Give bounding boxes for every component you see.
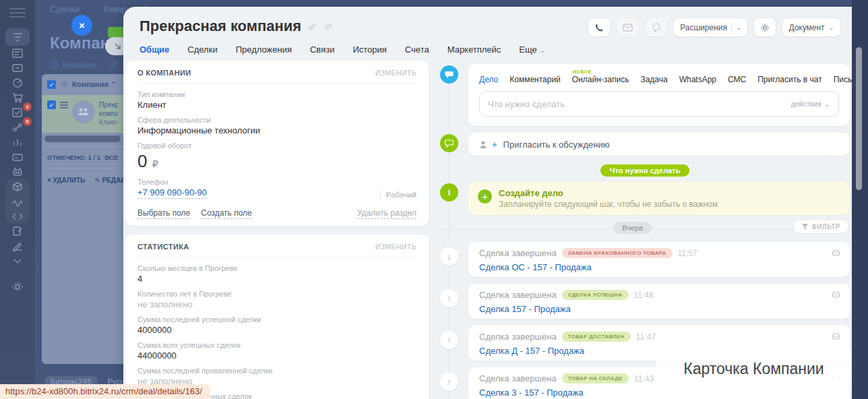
sidebar-item-crm[interactable] bbox=[5, 28, 30, 46]
call-button[interactable] bbox=[588, 18, 611, 37]
table-row[interactable]: ✓ Прекрасная компания Клиент bbox=[42, 95, 123, 133]
extensions-button[interactable]: Расширения⌄ bbox=[673, 18, 748, 37]
sidebar-settings[interactable] bbox=[5, 279, 30, 294]
arrow-up-icon: ↑ bbox=[440, 331, 458, 349]
tab-deals[interactable]: Сделки bbox=[187, 44, 217, 62]
phone-link[interactable]: +7 909 090-90-90 bbox=[137, 187, 207, 199]
chevron-down-icon: ⌄ bbox=[829, 24, 834, 31]
sidebar-item-flows[interactable] bbox=[5, 194, 30, 209]
sidebar-item-card[interactable] bbox=[5, 150, 30, 164]
scrollbar-thumb[interactable] bbox=[856, 47, 862, 190]
close-slider-button[interactable]: × bbox=[71, 15, 92, 36]
tab-invoices[interactable]: Счета bbox=[405, 44, 429, 62]
composer-tab-invite-chat[interactable]: Пригласить в чат bbox=[757, 75, 822, 84]
tab-history[interactable]: История bbox=[352, 44, 386, 62]
edit-section-link[interactable]: ИЗМЕНИТЬ bbox=[375, 69, 416, 77]
tasks-icon bbox=[11, 48, 24, 59]
deal-link[interactable]: Сделка 3 - 157 - Продажа bbox=[479, 388, 839, 398]
person-icon bbox=[479, 140, 489, 149]
row-menu-icon[interactable] bbox=[60, 100, 68, 110]
composer-tab-whatsapp[interactable]: WhatsApp bbox=[679, 75, 716, 84]
discussion-icon bbox=[440, 134, 458, 152]
copy-link-icon[interactable] bbox=[323, 22, 333, 31]
composer-tab-comment[interactable]: Комментарий bbox=[509, 75, 561, 84]
sidebar-item-marketing[interactable] bbox=[5, 75, 30, 90]
arrow-up-icon: ↑ bbox=[440, 289, 458, 307]
create-field-link[interactable]: Создать поле bbox=[201, 208, 252, 219]
actions-dropdown[interactable]: действия ⌄ bbox=[791, 100, 830, 108]
todo-input[interactable] bbox=[488, 99, 791, 109]
create-activity-hint[interactable]: + Создайте дело Запланируйте следующий ш… bbox=[468, 182, 850, 215]
select-all-link[interactable]: ВСЕ bbox=[104, 154, 118, 161]
field-years: Количество лет в Прогревене заполнено bbox=[137, 290, 416, 309]
menu-icon[interactable] bbox=[9, 5, 26, 20]
waves-icon bbox=[11, 196, 24, 207]
plus-icon: + bbox=[492, 140, 497, 150]
deal-completed-card[interactable]: Сделка завершена СДЕЛКА УСПЕШНА 11:48 Сд… bbox=[468, 284, 850, 319]
select-field-link[interactable]: Выбрать поле bbox=[137, 208, 190, 219]
invite-to-discussion[interactable]: + Пригласить к обсуждению bbox=[468, 133, 850, 156]
card-icon bbox=[11, 152, 24, 162]
sidebar-item-dev[interactable] bbox=[5, 209, 30, 224]
tab-general[interactable]: Общие bbox=[140, 44, 169, 62]
deal-completed-card[interactable]: Сделка завершена ЗАМЕНА БРАКОВАННОГО ТОВ… bbox=[468, 242, 850, 277]
company-type: Клиент bbox=[99, 118, 118, 126]
timeline-entry: ↑ Сделка завершена СДЕЛКА УСПЕШНА 11:48 … bbox=[440, 284, 850, 319]
sidebar-item-sites[interactable] bbox=[5, 179, 30, 194]
sidebar-item-sign[interactable] bbox=[5, 239, 30, 253]
nav-item-deals[interactable]: Сделки bbox=[50, 4, 80, 14]
video-caption-overlay: Карточка Компании bbox=[656, 349, 852, 388]
gear-icon bbox=[760, 23, 770, 32]
email-button[interactable] bbox=[616, 18, 640, 37]
marketing-icon bbox=[11, 78, 24, 88]
select-all-checkbox[interactable]: ✓ bbox=[47, 80, 56, 89]
group-actions: × УДАЛИТЬ ✎ РЕДАК bbox=[42, 168, 123, 192]
sidebar-item-docs[interactable] bbox=[5, 224, 30, 239]
company-name-link[interactable]: Прекрасная компания Клиент bbox=[99, 100, 118, 127]
column-header-company[interactable]: Компания ⌃ bbox=[72, 80, 117, 89]
chat-button[interactable] bbox=[645, 18, 668, 37]
page-scroll-area bbox=[852, 0, 868, 399]
sidebar-item-robot[interactable] bbox=[5, 164, 30, 179]
horizontal-scrollbar[interactable] bbox=[44, 135, 121, 142]
filter-button[interactable]: ФИЛЬТР bbox=[794, 220, 848, 233]
field-last-lost-sum: Сумма последней проваленной сделкине зап… bbox=[137, 367, 416, 386]
composer-tab-booking[interactable]: НОВОЕОнлайн-запись bbox=[572, 75, 629, 84]
invite-row: + Пригласить к обсуждению bbox=[440, 133, 850, 156]
tab-links[interactable]: Связи bbox=[310, 44, 334, 62]
tab-marketplace[interactable]: Маркетплейс bbox=[447, 44, 501, 62]
sidebar-item-activity[interactable]: 5 bbox=[5, 120, 30, 135]
company-detail-slider: Прекрасная компания Расширения⌄ Документ… bbox=[123, 7, 852, 399]
chevron-down-icon: ⌄ bbox=[539, 47, 545, 54]
sidebar-item-drawer[interactable] bbox=[5, 61, 30, 75]
remove-section-link[interactable]: Удалить раздел bbox=[357, 208, 416, 219]
company-title: Прекрасная компания bbox=[140, 18, 301, 35]
grid-settings-icon[interactable]: ⚙ bbox=[61, 80, 67, 89]
row-checkbox[interactable]: ✓ bbox=[47, 100, 56, 109]
delete-button[interactable]: × УДАЛИТЬ bbox=[47, 177, 85, 184]
composer-tab-sms[interactable]: СМС bbox=[728, 75, 746, 84]
tab-quotes[interactable]: Предложения bbox=[236, 44, 292, 62]
composer-tab-task[interactable]: Задача bbox=[640, 75, 667, 84]
settings-button[interactable] bbox=[753, 18, 776, 37]
edit-title-icon[interactable] bbox=[308, 22, 317, 31]
composer-tab-activity[interactable]: Дело bbox=[479, 75, 498, 84]
cart-icon bbox=[11, 92, 24, 103]
edit-section-link[interactable]: ИЗМЕНИТЬ bbox=[375, 243, 416, 251]
chart-bars-icon bbox=[11, 137, 24, 148]
edit-button[interactable]: ✎ РЕДАК bbox=[94, 177, 123, 184]
sidebar-item-tasks[interactable] bbox=[5, 46, 30, 61]
detail-tabs: Общие Сделки Предложения Связи История С… bbox=[123, 35, 852, 62]
sidebar-item-stats[interactable] bbox=[5, 135, 30, 150]
document-icon bbox=[11, 226, 24, 237]
sidebar-more[interactable] bbox=[5, 253, 30, 268]
chat-bubble-icon bbox=[440, 65, 458, 84]
tab-more[interactable]: Еще ⌄ bbox=[519, 44, 545, 62]
document-button[interactable]: Документ⌄ bbox=[782, 18, 841, 37]
counter-incoming[interactable]: 0Входящие bbox=[50, 60, 97, 69]
deal-link[interactable]: Сделка 157 - Продажа bbox=[479, 304, 839, 314]
deal-link[interactable]: Сделка ОС - 157 - Продажа bbox=[479, 262, 839, 272]
composer-tab-email[interactable]: Письмо bbox=[834, 75, 852, 84]
date-label: Вчера bbox=[613, 222, 652, 234]
robot-icon bbox=[831, 332, 841, 344]
